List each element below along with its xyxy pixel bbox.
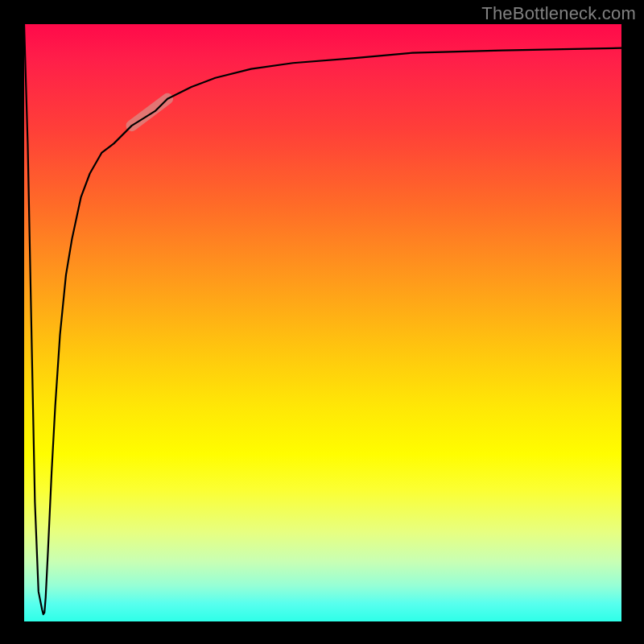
attribution-label: TheBottleneck.com (481, 3, 636, 24)
chart-stage: TheBottleneck.com (0, 0, 644, 644)
plot-area (24, 24, 621, 621)
